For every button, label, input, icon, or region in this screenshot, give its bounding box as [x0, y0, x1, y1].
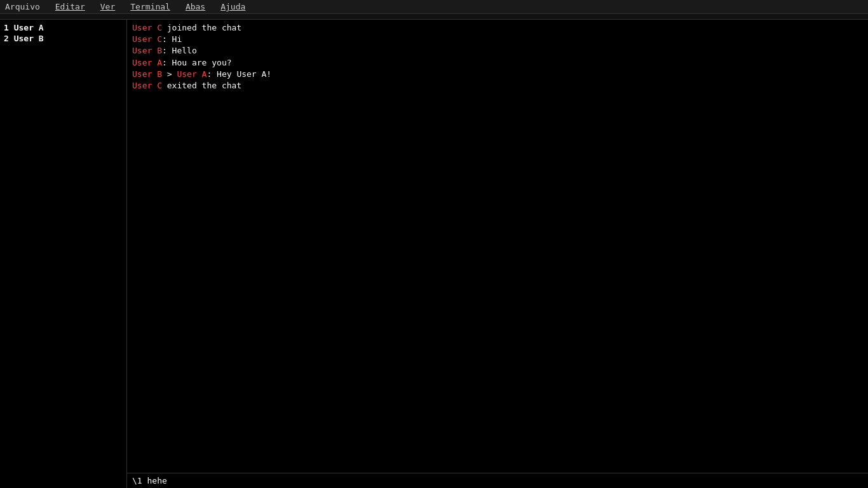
- message-line: User C joined the chat: [132, 22, 863, 34]
- message-part: exited the chat: [162, 81, 241, 90]
- message-line: User B: Hello: [132, 45, 863, 57]
- menu-item-ajuda[interactable]: Ajuda: [218, 1, 248, 12]
- message-part: : Hou are you?: [162, 58, 232, 67]
- message-part: User B: [132, 69, 162, 79]
- message-part: : Hello: [162, 46, 197, 55]
- message-line: User A: Hou are you?: [132, 57, 863, 69]
- statusbar: [0, 14, 868, 20]
- message-part: : Hey User A!: [207, 69, 271, 79]
- menu-item-ver[interactable]: Ver: [98, 1, 118, 12]
- message-part: : Hi: [162, 34, 182, 44]
- message-part: User C: [132, 34, 162, 44]
- chat-input[interactable]: [132, 476, 863, 485]
- message-line: User B > User A: Hey User A!: [132, 69, 863, 80]
- user-entry-user-a: 1 User A: [3, 22, 124, 33]
- message-part: User A: [177, 69, 207, 79]
- chat-messages: User C joined the chatUser C: HiUser B: …: [127, 20, 868, 473]
- message-line: User C: Hi: [132, 34, 863, 45]
- user-entry-user-b: 2 User B: [3, 33, 124, 44]
- chat-area: User C joined the chatUser C: HiUser B: …: [127, 20, 868, 488]
- menu-item-abas[interactable]: Abas: [183, 1, 208, 12]
- message-part: User C: [132, 23, 162, 32]
- message-part: joined the chat: [162, 23, 241, 32]
- menubar: ArquivoEditarVerTerminalAbasAjuda: [0, 0, 868, 14]
- main-content: 1 User A2 User B User C joined the chatU…: [0, 20, 868, 488]
- menu-item-terminal[interactable]: Terminal: [128, 1, 173, 12]
- message-part: User B: [132, 46, 162, 55]
- message-part: User C: [132, 81, 162, 90]
- message-line: User C exited the chat: [132, 80, 863, 92]
- message-part: >: [162, 69, 177, 79]
- message-part: User A: [132, 58, 162, 67]
- user-list: 1 User A2 User B: [0, 20, 127, 488]
- menu-item-arquivo[interactable]: Arquivo: [3, 1, 43, 12]
- input-bar: [127, 473, 868, 488]
- menu-item-editar[interactable]: Editar: [53, 1, 88, 12]
